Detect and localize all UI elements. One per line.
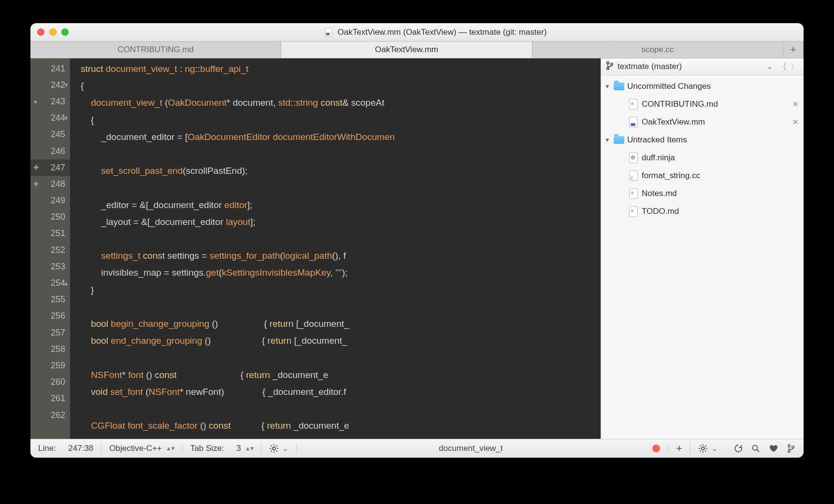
actions-menu[interactable]: ⌄ [690,444,725,453]
line-label: Line: [38,444,56,453]
tab-2[interactable]: scope.cc [532,42,783,58]
tree-file-item[interactable]: Notes.md [601,184,804,202]
svg-point-27 [792,446,794,448]
discard-icon[interactable]: ✕ [792,100,799,109]
svg-line-19 [700,446,701,447]
gutter-line[interactable]: 242▼ [30,77,70,93]
window-title: OakTextView.mm (OakTextView) — textmate … [338,28,547,37]
tree-file-item[interactable]: duff.ninja [601,149,804,167]
language-selector[interactable]: Objective-C++ ▲▼ [101,444,182,453]
tree-file-item[interactable]: TODO.md [601,202,804,220]
line-value: 247:38 [68,444,93,453]
reload-icon[interactable] [734,444,743,453]
gutter-line[interactable]: 256 [30,308,70,324]
gutter-line[interactable]: 259 [30,357,70,374]
gutter-line[interactable]: 244▼ [30,110,70,126]
svg-line-21 [700,450,701,451]
heart-icon[interactable] [769,444,778,453]
svg-line-20 [705,450,706,451]
gutter-line[interactable]: ●243 [30,93,70,110]
svg-line-12 [271,450,272,451]
gutter-line[interactable]: 258 [30,341,70,357]
cursor-position[interactable]: Line: 247:38 [30,444,101,453]
zoom-button[interactable] [61,28,69,36]
tab-size-selector[interactable]: Tab Size: 3 ▲▼ [183,444,262,453]
svg-point-5 [273,447,275,450]
gear-icon [698,444,708,453]
svg-point-2 [607,61,609,63]
tree-group-header[interactable]: ▼Untracked Items [601,131,804,149]
svg-line-22 [705,446,706,447]
new-tab-button[interactable]: + [783,42,804,58]
svg-point-26 [788,450,790,452]
svg-point-25 [788,445,790,447]
svg-point-14 [702,447,705,450]
tree-group-header[interactable]: ▼Uncommitted Changes [601,77,804,95]
window-title-area: OakTextView.mm (OakTextView) — textmate … [74,28,797,37]
tab-size-label: Tab Size: [190,444,224,453]
tab-0[interactable]: CONTRIBUTING.md [30,42,281,58]
svg-point-4 [611,63,613,65]
close-button[interactable] [37,28,44,36]
gutter-line[interactable]: 255 [30,292,70,308]
tab-label: CONTRIBUTING.md [117,45,194,55]
record-icon [652,445,660,452]
discard-icon[interactable]: ✕ [792,118,799,126]
tab-label: OakTextView.mm [375,45,438,55]
window: OakTextView.mm (OakTextView) — textmate … [30,23,804,458]
statusbar-right [725,444,804,453]
repo-label[interactable]: textmate (master) [618,62,682,71]
sidebar-header: textmate (master) ⌄ 〈 〉 [601,58,804,75]
chevron-down-icon[interactable]: ⌄ [767,63,773,70]
gutter[interactable]: 241242▼●243244▼245246✚247✚24824925025125… [30,58,70,439]
svg-rect-0 [325,28,332,37]
tree-file-item[interactable]: OakTextView.mm✕ [601,113,804,131]
gutter-line[interactable]: 257 [30,324,70,341]
gutter-line[interactable]: 241 [30,60,70,77]
gutter-line[interactable]: 253 [30,258,70,275]
svg-line-11 [276,450,277,451]
statusbar: Line: 247:38 Objective-C++ ▲▼ Tab Size: … [30,439,804,458]
document-icon [325,28,333,37]
tab-strip: CONTRIBUTING.md OakTextView.mm scope.cc … [30,42,804,58]
chevron-down-icon: ⌄ [712,445,718,452]
nav-forward-icon: 〉 [791,61,799,72]
tree-file-item[interactable]: CONTRIBUTING.md✕ [601,95,804,113]
git-branch-icon [606,61,614,72]
macro-record[interactable] [645,445,668,452]
titlebar: OakTextView.mm (OakTextView) — textmate … [30,23,804,42]
gutter-line[interactable]: 261 [30,391,70,407]
minimize-button[interactable] [49,28,57,36]
symbol-value: document_view_t [439,444,503,453]
body: 241242▼●243244▼245246✚247✚24824925025125… [30,58,804,439]
svg-line-24 [757,450,760,452]
tree-file-item[interactable]: format_string.cc [601,167,804,184]
language-value: Objective-C++ [109,444,162,453]
code-view[interactable]: struct document_view_t : ng::buffer_api_… [70,58,601,439]
stepper-icon: ▲▼ [245,445,254,452]
gutter-line[interactable]: ✚248 [30,176,70,192]
gutter-line[interactable]: 246 [30,143,70,159]
gutter-line[interactable]: 262 [30,407,70,423]
gutter-line[interactable]: 254▲ [30,275,70,291]
chevron-down-icon: ⌄ [283,445,288,452]
gutter-line[interactable]: 250 [30,209,70,225]
tab-1[interactable]: OakTextView.mm [281,42,532,58]
statusbar-left: Line: 247:38 Objective-C++ ▲▼ Tab Size: … [30,442,725,455]
bundle-menu[interactable]: ⌄ [261,444,297,453]
gutter-line[interactable]: ✚247 [30,159,70,176]
svg-line-10 [271,446,272,447]
gutter-line[interactable]: 260 [30,374,70,391]
scm-sidebar: textmate (master) ⌄ 〈 〉 ▼Uncommitted Cha… [601,58,804,439]
svg-line-13 [276,446,277,447]
nav-back-icon[interactable]: 〈 [778,61,787,72]
gutter-line[interactable]: 252 [30,242,70,258]
gutter-line[interactable]: 249 [30,193,70,209]
tab-label: scope.cc [641,45,674,55]
gutter-line[interactable]: 245 [30,126,70,143]
search-icon[interactable] [751,444,760,453]
gutter-line[interactable]: 251 [30,225,70,242]
add-button[interactable]: + [668,442,690,455]
symbol-selector[interactable]: document_view_t [297,444,645,453]
git-branch-icon[interactable] [787,444,795,453]
